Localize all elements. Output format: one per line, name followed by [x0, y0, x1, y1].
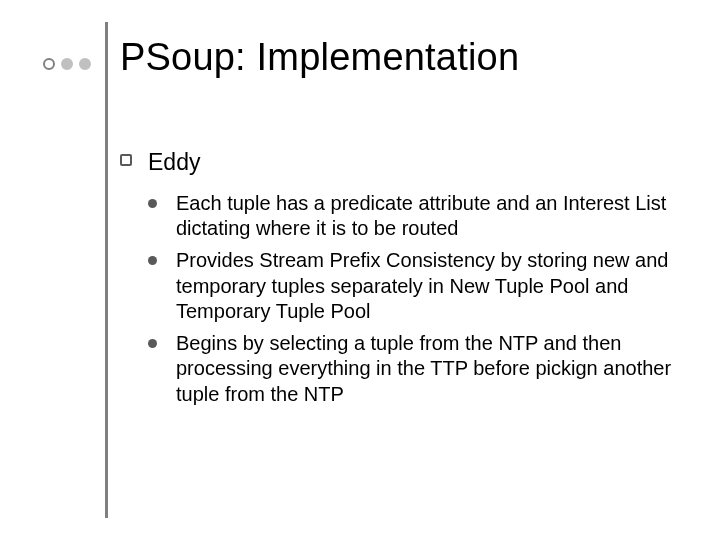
dot-icon [79, 58, 91, 70]
dot-icon [61, 58, 73, 70]
square-bullet-icon [120, 154, 132, 166]
disc-bullet-icon [148, 199, 157, 208]
disc-bullet-icon [148, 256, 157, 265]
disc-bullet-icon [148, 339, 157, 348]
bullet-level1-text: Eddy [148, 149, 200, 175]
bullet-level2-text: Provides Stream Prefix Consistency by st… [176, 249, 668, 322]
decor-dots [43, 58, 91, 70]
bullet-level2-text: Each tuple has a predicate attribute and… [176, 192, 666, 240]
vertical-rule [105, 22, 108, 518]
bullet-level2: Each tuple has a predicate attribute and… [148, 191, 690, 242]
bullet-level2: Provides Stream Prefix Consistency by st… [148, 248, 690, 325]
bullet-level1: Eddy [120, 148, 690, 177]
slide-body: Eddy Each tuple has a predicate attribut… [120, 148, 690, 414]
slide-title: PSoup: Implementation [120, 36, 519, 79]
bullet-level2: Begins by selecting a tuple from the NTP… [148, 331, 690, 408]
bullet-level2-text: Begins by selecting a tuple from the NTP… [176, 332, 671, 405]
dot-icon [43, 58, 55, 70]
slide: PSoup: Implementation Eddy Each tuple ha… [0, 0, 720, 540]
